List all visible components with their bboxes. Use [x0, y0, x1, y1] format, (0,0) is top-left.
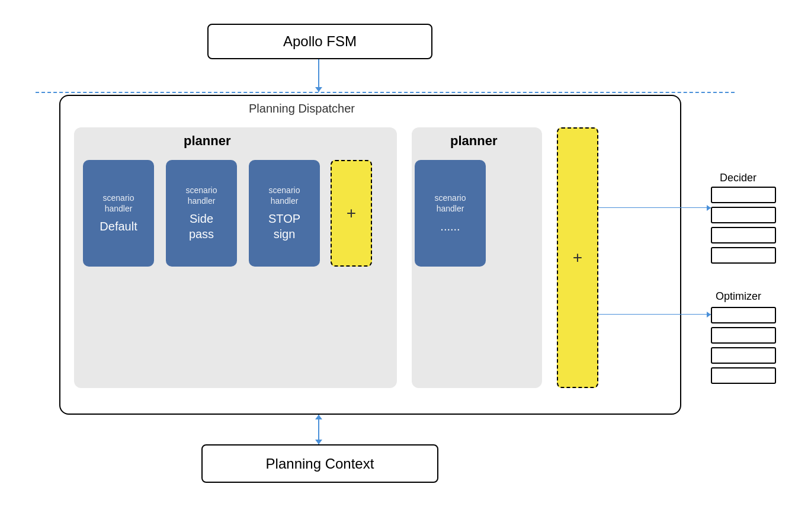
scenario-handler-sidepass: scenariohandler Sidepass — [166, 160, 237, 267]
decider-item-2 — [711, 207, 776, 223]
optimizer-item-3 — [711, 347, 776, 364]
planning-context-box: Planning Context — [201, 444, 438, 483]
scenario-handler-stop-main: STOPsign — [268, 211, 300, 242]
scenario-handler-dots-top: scenariohandler — [435, 193, 466, 214]
planning-dispatcher-label: Planning Dispatcher — [249, 102, 355, 116]
scenario-handler-dots: scenariohandler ...... — [415, 160, 486, 267]
apollo-fsm-label: Apollo FSM — [283, 33, 357, 50]
optimizer-label: Optimizer — [716, 290, 761, 303]
add-handler-right-box[interactable]: + — [557, 127, 598, 388]
scenario-handler-sidepass-main: Sidepass — [189, 211, 214, 242]
scenario-handler-stop: scenariohandler STOPsign — [249, 160, 320, 267]
optimizer-item-1 — [711, 307, 776, 323]
add-right-icon: + — [573, 248, 582, 267]
planner-right-label: planner — [450, 133, 497, 149]
scenario-handler-dots-main: ...... — [440, 219, 460, 234]
decider-label: Decider — [720, 172, 756, 184]
add-left-icon: + — [347, 204, 356, 223]
optimizer-item-4 — [711, 367, 776, 384]
scenario-handler-stop-top: scenariohandler — [269, 185, 300, 206]
connector-to-optimizer — [598, 314, 711, 315]
connector-to-decider — [598, 207, 711, 208]
add-handler-left-box[interactable]: + — [331, 160, 372, 267]
dashed-separator-line — [36, 92, 735, 93]
optimizer-stack — [711, 307, 776, 384]
scenario-handler-default: scenariohandler Default — [83, 160, 154, 267]
optimizer-item-2 — [711, 327, 776, 344]
scenario-handler-default-top: scenariohandler — [103, 193, 134, 214]
scenario-handler-sidepass-top: scenariohandler — [186, 185, 217, 206]
arrow-fsm-down — [318, 59, 319, 92]
decider-item-1 — [711, 187, 776, 203]
diagram: Apollo FSM Planning Dispatcher planner p… — [0, 0, 795, 532]
decider-stack — [711, 187, 776, 264]
apollo-fsm-box: Apollo FSM — [207, 24, 432, 59]
planning-context-label: Planning Context — [266, 456, 374, 472]
planner-left-label: planner — [184, 133, 230, 149]
decider-item-4 — [711, 247, 776, 264]
arrow-planning-context — [318, 415, 319, 444]
decider-item-3 — [711, 227, 776, 243]
scenario-handler-default-main: Default — [100, 219, 137, 234]
